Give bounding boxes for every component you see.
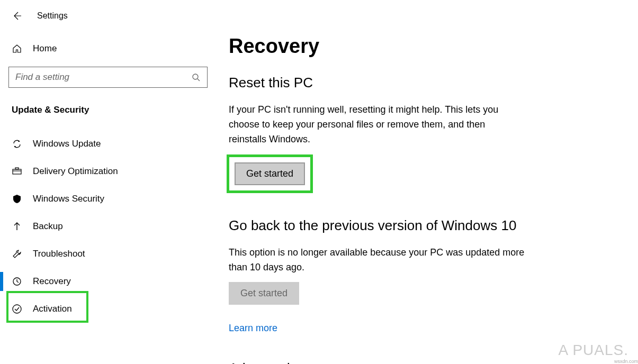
svg-point-0 — [193, 74, 198, 79]
delivery-icon — [12, 166, 22, 177]
sidebar-header: Settings — [0, 0, 216, 38]
tool-icon — [12, 249, 22, 259]
main-content: Recovery Reset this PC If your PC isn't … — [216, 0, 638, 364]
reset-pc-description: If your PC isn't running well, resetting… — [229, 103, 525, 147]
search-icon — [191, 72, 201, 82]
arrow-left-icon — [12, 11, 22, 21]
advanced-startup-title: Advanced startup — [229, 360, 617, 364]
svg-rect-4 — [15, 168, 19, 169]
refresh-icon — [12, 139, 22, 149]
watermark-logo: A PUALS. — [558, 342, 628, 359]
sidebar-item-label: Backup — [33, 221, 63, 232]
sidebar-item-recovery[interactable]: Recovery — [0, 268, 216, 295]
sidebar-item-troubleshoot[interactable]: Troubleshoot — [0, 240, 216, 268]
sidebar-item-label: Windows Update — [33, 139, 101, 149]
sidebar-item-activation[interactable]: Activation — [0, 295, 216, 323]
back-button[interactable] — [10, 8, 24, 23]
sidebar-item-label: Windows Security — [33, 194, 104, 204]
settings-title: Settings — [37, 11, 68, 21]
settings-sidebar: Settings Home Update & Security Windows … — [0, 0, 216, 364]
get-started-reset-button[interactable]: Get started — [235, 162, 305, 185]
sidebar-home[interactable]: Home — [0, 38, 216, 59]
sidebar-item-label: Activation — [33, 304, 72, 314]
sidebar-item-backup[interactable]: Backup — [0, 213, 216, 240]
activation-icon — [12, 304, 22, 314]
goback-description: This option is no longer available becau… — [229, 245, 525, 275]
goback-title: Go back to the previous version of Windo… — [229, 217, 617, 234]
svg-rect-2 — [13, 169, 21, 174]
svg-line-1 — [197, 79, 200, 81]
search-box[interactable] — [8, 67, 208, 88]
watermark-url: wsxdn.com — [614, 359, 638, 364]
sidebar-item-label: Delivery Optimization — [33, 166, 118, 177]
search-input[interactable] — [15, 72, 191, 83]
sidebar-item-label: Troubleshoot — [33, 249, 85, 259]
sidebar-home-label: Home — [33, 43, 57, 54]
home-icon — [12, 43, 22, 54]
shield-icon — [12, 194, 22, 204]
page-title: Recovery — [229, 35, 617, 58]
sidebar-item-delivery-optimization[interactable]: Delivery Optimization — [0, 158, 216, 185]
sidebar-item-label: Recovery — [33, 276, 71, 287]
annotation-highlight-get-started: Get started — [227, 154, 313, 193]
recovery-icon — [12, 276, 22, 287]
svg-point-7 — [13, 305, 21, 313]
reset-pc-title: Reset this PC — [229, 75, 617, 91]
get-started-goback-button: Get started — [229, 282, 299, 305]
sidebar-item-windows-update[interactable]: Windows Update — [0, 130, 216, 158]
sidebar-section-heading: Update & Security — [0, 101, 216, 130]
learn-more-link[interactable]: Learn more — [229, 323, 277, 334]
sidebar-item-windows-security[interactable]: Windows Security — [0, 185, 216, 213]
backup-icon — [12, 221, 22, 232]
